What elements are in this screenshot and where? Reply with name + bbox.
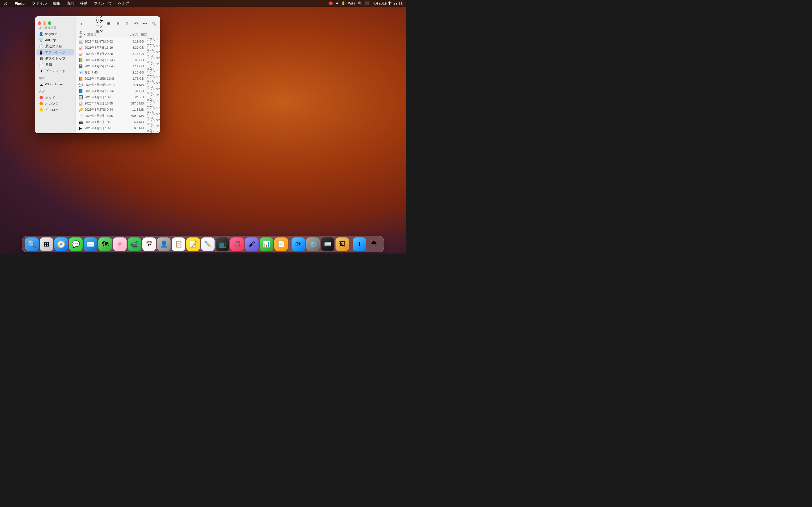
dock-item-freeform[interactable]: ✏️ <box>201 237 214 251</box>
sidebar-item-recents[interactable]: 🕐 最近の項目 <box>36 43 74 49</box>
file-size: 2.05 GB <box>121 58 144 62</box>
menu-finder[interactable]: Finder <box>13 1 27 6</box>
file-row[interactable]: 🧭 Safari 2023年4月1日 15:53 13.3 MB アプリケーショ… <box>76 131 160 133</box>
dock-item-calendar[interactable]: 📅 <box>142 237 156 251</box>
close-button-tl[interactable] <box>38 21 41 25</box>
dock-item-maps[interactable]: 🗺 <box>98 237 112 251</box>
airdrop-icon: 📡 <box>39 38 43 42</box>
more-button[interactable]: ••• <box>141 20 149 27</box>
file-date: 2023年4月2日 1:46 <box>85 95 121 100</box>
menu-view[interactable]: 表示 <box>65 0 75 6</box>
sidebar-section-tags: タグ <box>35 87 75 94</box>
dock-item-terminal[interactable]: ⌨️ <box>321 237 335 251</box>
sidebar-label-desktop: デスクトップ <box>45 57 65 61</box>
dock-item-finder[interactable]: 🔍 <box>25 237 39 251</box>
file-date: 2023年4月1日 15:53 <box>85 132 121 133</box>
sidebar-label-downloads: ダウンロード <box>45 69 65 73</box>
dock-item-numbers[interactable]: 📊 <box>260 237 273 251</box>
launchpad-icon: ⊞ <box>44 240 49 248</box>
sidebar-item-desktop[interactable]: 🖥 デスクトップ <box>36 55 74 62</box>
toolbar: ‹ › アプリケーション ☰ ⊞ ⬆ 🏷 ••• 🔍 <box>76 16 160 31</box>
forward-button[interactable]: › <box>87 20 93 27</box>
freeform-icon: ✏️ <box>204 240 212 248</box>
maps-icon: 🗺 <box>102 240 109 248</box>
menu-bar-search[interactable]: 🔍 <box>358 1 362 5</box>
col-header-size[interactable]: サイズ <box>119 33 138 37</box>
view-grid-button[interactable]: ⊞ <box>114 20 122 27</box>
sidebar-label-tag-red: レッド <box>45 96 55 100</box>
photos-icon: 🌸 <box>116 240 124 248</box>
col-header-name[interactable]: 名前 ▼ <box>78 30 87 40</box>
sidebar-item-applications[interactable]: 📱 アプリケーション <box>36 49 74 55</box>
dock-item-appletv[interactable]: 📺 <box>216 237 229 251</box>
dock-item-contacts[interactable]: 👤 <box>157 237 170 251</box>
file-icon: 📗 <box>78 57 83 62</box>
menu-window[interactable]: ウインドウ <box>93 0 113 6</box>
dock-item-mail[interactable]: ✉️ <box>84 237 97 251</box>
file-size: 301 KB <box>121 96 144 99</box>
dock-item-safari[interactable]: 🧭 <box>54 237 68 251</box>
view-list-button[interactable]: ☰ <box>105 20 113 27</box>
share-button[interactable]: ⬆ <box>123 20 131 27</box>
sidebar-label-sogosuri: sogosuri <box>45 32 57 36</box>
file-icon: 🧮 <box>78 39 83 44</box>
dock-item-preview[interactable]: 🖼 <box>336 237 349 251</box>
sidebar-item-sogosuri[interactable]: 👤 sogosuri <box>36 31 74 37</box>
applications-icon: 📱 <box>39 50 43 55</box>
back-button[interactable]: ‹ <box>78 20 85 27</box>
sidebar-item-downloads[interactable]: ⬇ ダウンロード <box>36 68 74 74</box>
col-header-kind[interactable]: 種類 <box>138 33 158 37</box>
sidebar-item-airdrop[interactable]: 📡 AirDrop <box>36 37 74 43</box>
apple-menu[interactable]: ⌘ <box>2 1 8 6</box>
tag-button[interactable]: 🏷 <box>132 20 140 27</box>
search-button[interactable]: 🔍 <box>150 20 158 27</box>
menu-bar-wifi: WiFi <box>348 1 355 5</box>
file-size: 2.13 GB <box>121 71 144 74</box>
file-size: 650.2 MB <box>121 114 144 117</box>
dock-item-reminders[interactable]: 📋 <box>172 237 185 251</box>
dock-item-trash[interactable]: 🗑 <box>367 237 381 251</box>
dock-item-launchpad[interactable]: ⊞ <box>40 237 53 251</box>
menu-go[interactable]: 移動 <box>79 0 89 6</box>
dock-item-messages[interactable]: 💬 <box>69 237 83 251</box>
tag-red-icon <box>39 95 43 100</box>
desktop-icon: 🖥 <box>39 56 43 61</box>
sidebar-item-documents[interactable]: 📄 書類 <box>36 62 74 68</box>
file-size: 6.5 MB <box>121 126 144 130</box>
dock-item-systemprefs[interactable]: ⚙️ <box>306 237 320 251</box>
menu-help[interactable]: ヘルプ <box>117 0 130 6</box>
menu-bar-right: 🔴 A 🔋 WiFi 🔍 ⬛ 4月20日(木) 22:11 <box>329 0 404 6</box>
notes-icon: 📝 <box>190 240 197 248</box>
recents-icon: 🕐 <box>39 44 43 48</box>
sidebar: よく使う項目 👤 sogosuri 📡 AirDrop 🕐 最近の項目 📱 アプ… <box>35 16 76 133</box>
menu-edit[interactable]: 編集 <box>52 0 61 6</box>
dock-item-music[interactable]: 🎵 <box>231 237 244 251</box>
sidebar-item-tag-red[interactable]: レッド <box>36 94 74 101</box>
file-icon: 💬 <box>78 82 83 87</box>
column-headers: 名前 ▼ 変更日 サイズ 種類 <box>76 31 160 38</box>
menu-file[interactable]: ファイル <box>31 0 48 6</box>
music-icon: 🎵 <box>234 240 241 248</box>
file-size: 491 MB <box>121 83 144 87</box>
maximize-button-tl[interactable] <box>48 21 51 25</box>
dock-item-appstore[interactable]: 🛍 <box>292 237 305 251</box>
file-icon: 📊 <box>78 101 83 106</box>
sidebar-section-places: 場所 <box>35 74 75 81</box>
dock-item-mastonpiece[interactable]: 🖌 <box>245 237 259 251</box>
file-icon: 📊 <box>78 51 83 56</box>
finder-icon: 🔍 <box>28 240 36 249</box>
sidebar-label-applications: アプリケーション <box>45 50 71 55</box>
dock-item-facetime[interactable]: 📹 <box>128 237 141 251</box>
minimize-button-tl[interactable] <box>43 21 46 25</box>
sidebar-label-icloud: iCloud Drive <box>45 82 63 86</box>
dock-item-photos[interactable]: 🌸 <box>113 237 126 251</box>
sidebar-item-tag-yellow[interactable]: イエロー <box>36 107 74 113</box>
dock-item-notes[interactable]: 📝 <box>186 237 200 251</box>
dock-item-downloads-stack[interactable]: ⬇ <box>353 237 366 251</box>
sidebar-item-icloud[interactable]: ☁ iCloud Drive <box>36 81 74 87</box>
dock-item-pages[interactable]: 📄 <box>274 237 288 251</box>
downloads-icon: ⬇ <box>39 69 43 73</box>
sidebar-label-recents: 最近の項目 <box>45 44 62 48</box>
sidebar-item-tag-orange[interactable]: オレンジ <box>36 101 74 107</box>
file-list[interactable]: 🧮 Mathematica 2021年12月7日 5:02 6.19 GB アプ… <box>76 38 160 133</box>
